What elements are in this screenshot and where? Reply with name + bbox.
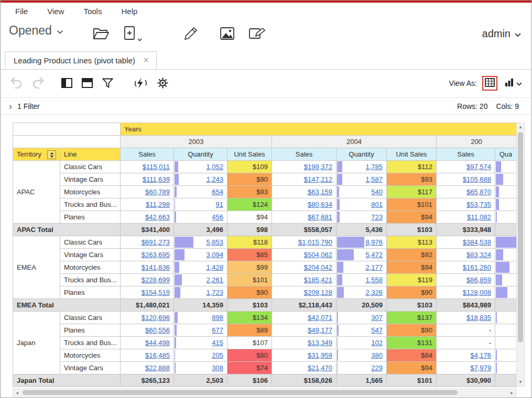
sales-value-link[interactable]: $691,273	[142, 238, 170, 246]
opened-dropdown[interactable]: Opened	[9, 24, 63, 38]
year-header[interactable]: 2004	[272, 136, 437, 148]
quantity-value-link[interactable]: 2,177	[365, 263, 383, 271]
toggle-fields-panel-icon[interactable]	[61, 78, 72, 88]
quantity-value-link[interactable]: 205	[212, 351, 223, 359]
sort-icon[interactable]	[47, 150, 56, 159]
quantity-value-link[interactable]: 415	[212, 339, 223, 347]
menu-tools[interactable]: Tools	[83, 7, 102, 16]
horizontal-scrollbar[interactable]: ◂ ▸	[13, 389, 516, 396]
menu-help[interactable]: Help	[121, 7, 137, 16]
quantity-value-link[interactable]: 456	[212, 213, 223, 221]
sales-value-link[interactable]: $154,519	[142, 289, 170, 296]
sales-value-link[interactable]: $147,212	[304, 175, 332, 183]
sales-value-link[interactable]: $80,634	[308, 201, 332, 208]
quantity-value-link[interactable]: 1,587	[365, 175, 383, 183]
tab-close-icon[interactable]: ×	[144, 55, 149, 65]
sales-value-link[interactable]: $18,835	[466, 314, 491, 322]
sales-value-link[interactable]: $209,128	[304, 289, 332, 296]
scroll-up-icon[interactable]: ▲	[517, 123, 524, 131]
measure-header[interactable]: Quantity	[174, 148, 227, 161]
filter-funnel-icon[interactable]	[102, 78, 113, 88]
sales-value-link[interactable]: $53,735	[466, 201, 491, 208]
horizontal-scroll-thumb[interactable]	[23, 390, 458, 395]
quantity-value-link[interactable]: 1,243	[206, 175, 223, 183]
measure-header[interactable]: Unit Sales	[387, 148, 437, 161]
quantity-value-link[interactable]: 2,326	[365, 289, 383, 296]
toggle-axes-panel-icon[interactable]	[82, 78, 93, 88]
years-axis-header[interactable]: Years	[121, 123, 517, 136]
quantity-value-link[interactable]: 2,261	[206, 276, 223, 284]
sales-value-link[interactable]: $65,870	[466, 188, 491, 196]
quantity-value-link[interactable]: 3,094	[206, 251, 223, 259]
measure-header[interactable]: Sales	[272, 148, 336, 161]
chart-view-button[interactable]	[505, 78, 522, 89]
quantity-value-link[interactable]: 723	[371, 213, 383, 221]
sales-value-link[interactable]: $42,071	[308, 314, 332, 322]
open-folder-icon[interactable]	[93, 27, 110, 43]
sales-value-link[interactable]: $83,324	[466, 251, 491, 259]
quantity-value-link[interactable]: 677	[212, 326, 223, 334]
tab-leading-product-lines[interactable]: Leading Product Lines (pivot table) ×	[5, 51, 157, 69]
edit-pencil-icon[interactable]	[182, 26, 199, 43]
sales-value-link[interactable]: $199,372	[304, 163, 332, 171]
sales-value-link[interactable]: $228,699	[142, 276, 170, 284]
sales-value-link[interactable]: $120,696	[142, 314, 170, 322]
filter-expander[interactable]: › 1 Filter	[9, 102, 40, 111]
quantity-value-link[interactable]: 1,785	[365, 163, 383, 171]
sales-value-link[interactable]: $60,556	[145, 326, 170, 334]
sales-value-link[interactable]: $111,639	[143, 175, 170, 183]
sales-value-link[interactable]: $1,015,790	[298, 238, 332, 246]
quantity-value-link[interactable]: 307	[371, 314, 383, 322]
sales-value-link[interactable]: $44,498	[145, 339, 170, 347]
quantity-value-link[interactable]: 102	[371, 339, 383, 347]
sales-value-link[interactable]: $7,979	[470, 364, 491, 372]
vertical-scroll-thumb[interactable]	[518, 132, 523, 342]
menu-view[interactable]: View	[47, 7, 64, 16]
quantity-value-link[interactable]: 5,853	[206, 238, 223, 246]
quantity-value-link[interactable]: 1,723	[206, 289, 223, 296]
sales-value-link[interactable]: $13,349	[308, 339, 332, 347]
sales-value-link[interactable]: $204,042	[304, 263, 332, 271]
sales-value-link[interactable]: $60,789	[145, 188, 170, 196]
quantity-value-link[interactable]: 547	[371, 326, 383, 334]
undo-icon[interactable]	[9, 76, 23, 89]
sales-value-link[interactable]: $185,421	[304, 276, 332, 284]
sales-value-link[interactable]: $384,538	[463, 238, 491, 246]
sales-value-link[interactable]: $21,470	[308, 364, 332, 372]
quantity-value-link[interactable]: 380	[371, 351, 383, 359]
quantity-value-link[interactable]: 1,428	[206, 263, 223, 271]
quantity-value-link[interactable]: 308	[212, 364, 223, 372]
sales-value-link[interactable]: $22,888	[145, 364, 170, 372]
scroll-left-icon[interactable]: ◂	[13, 389, 21, 396]
sales-value-link[interactable]: $263,695	[142, 251, 170, 259]
sales-value-link[interactable]: $86,859	[466, 276, 491, 284]
sales-value-link[interactable]: $11,298	[146, 201, 170, 208]
edit-image-icon[interactable]	[248, 27, 265, 42]
quantity-value-link[interactable]: 8,976	[365, 238, 383, 246]
sales-value-link[interactable]: $11,082	[467, 213, 491, 221]
quantity-value-link[interactable]: 654	[212, 188, 223, 196]
sales-value-link[interactable]: $141,836	[142, 263, 170, 271]
settings-gear-icon[interactable]	[157, 77, 169, 89]
auto-execute-icon[interactable]	[134, 77, 147, 89]
sales-value-link[interactable]: $128,008	[463, 289, 491, 296]
quantity-value-link[interactable]: 91	[216, 201, 223, 208]
quantity-value-link[interactable]: 898	[212, 314, 223, 322]
save-image-icon[interactable]	[220, 27, 235, 42]
sales-value-link[interactable]: $105,688	[463, 175, 491, 183]
sales-value-link[interactable]: $504,062	[304, 251, 332, 259]
redo-icon[interactable]	[32, 76, 46, 89]
measure-header[interactable]: Unit Sales	[227, 148, 272, 161]
quantity-value-link[interactable]: 1,558	[365, 276, 383, 284]
scroll-right-icon[interactable]: ▸	[508, 389, 516, 396]
sales-value-link[interactable]: $49,177	[308, 326, 332, 334]
sales-value-link[interactable]: $4,176	[470, 351, 491, 359]
measure-header[interactable]: Qua	[495, 148, 517, 161]
quantity-value-link[interactable]: 5,472	[365, 251, 383, 259]
measure-header[interactable]: Sales	[437, 148, 495, 161]
territory-column-header[interactable]: Territory	[13, 148, 60, 161]
sales-value-link[interactable]: $31,959	[308, 351, 332, 359]
line-column-header[interactable]: Line	[60, 148, 121, 161]
sales-value-link[interactable]: $67,681	[308, 213, 332, 221]
year-header[interactable]: 200	[437, 136, 517, 148]
